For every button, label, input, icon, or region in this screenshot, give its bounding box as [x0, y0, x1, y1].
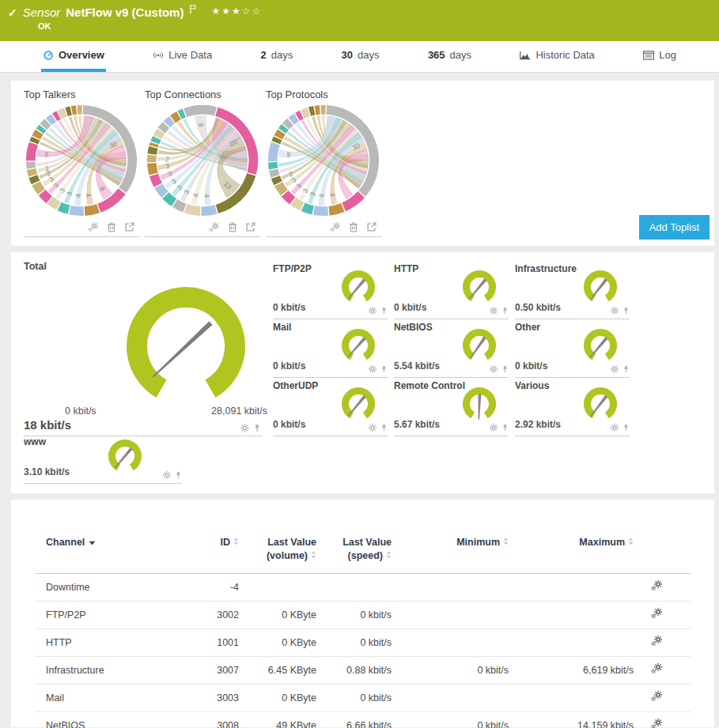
col-header-channel[interactable]: Channel: [35, 536, 193, 573]
cell-id: 3002: [193, 601, 239, 628]
tab-live-data[interactable]: Live Data: [151, 41, 214, 72]
toplist-delete-icon[interactable]: [107, 222, 116, 232]
table-row: Mail30030 KByte0 kbit/s: [35, 684, 691, 711]
gauge-value: 3.10 kbit/s: [24, 466, 70, 477]
column-sublabel: (volume): [267, 550, 308, 561]
gauge-value: 5.54 kbit/s: [394, 360, 440, 372]
tab-historic-data[interactable]: Historic Data: [518, 41, 596, 72]
cell-channel: HTTP: [35, 628, 193, 656]
toplist-open-icon[interactable]: [125, 222, 134, 232]
tab-365-days[interactable]: 365days: [426, 41, 473, 72]
gauges-panel: Total 0 kbit/s 28,091 kbit/s 18 kbit/s F…: [11, 252, 714, 493]
priority-stars[interactable]: ★★★☆☆: [211, 6, 262, 17]
cell-min: [392, 601, 509, 628]
gauge-title: HTTP: [394, 263, 418, 274]
cell-id: 3003: [193, 684, 239, 711]
gauge-dial: [337, 326, 380, 363]
table-row: HTTP10010 KByte0 kbit/s: [35, 628, 691, 656]
gauge-pin-icon[interactable]: [623, 424, 630, 432]
cell-lastspeed: 0 kbit/s: [316, 628, 392, 656]
tab-2-days[interactable]: 2days: [259, 41, 295, 72]
gauge-settings-icon[interactable]: [369, 424, 377, 432]
dial-icon: [43, 51, 54, 60]
gauge-settings-icon[interactable]: [490, 307, 498, 315]
cell-lastvol: 6.45 KByte: [239, 656, 316, 684]
tab-number: 365: [428, 49, 445, 61]
channel-settings-button[interactable]: [651, 663, 662, 674]
cell-id: 1001: [193, 628, 239, 656]
gauge-dial: [579, 385, 622, 421]
tab-log[interactable]: Log: [641, 41, 678, 72]
col-header-lastspeed[interactable]: Last Value(speed): [316, 536, 392, 573]
cell-lastspeed: [316, 573, 392, 601]
page-title: NetFlow v9 (Custom): [66, 6, 184, 19]
toplist-settings-icon[interactable]: [209, 222, 219, 232]
toplist-open-icon[interactable]: [246, 222, 255, 232]
gauge-pin-icon[interactable]: [623, 365, 630, 373]
gauge-pin-icon[interactable]: [175, 471, 182, 479]
channel-settings-button[interactable]: [651, 636, 662, 647]
gauge-title: www: [24, 436, 46, 447]
gauge-pin-icon[interactable]: [501, 365, 509, 373]
tab-label: days: [450, 49, 471, 61]
channel-settings-button[interactable]: [651, 719, 662, 728]
gauge-title: Various: [515, 380, 549, 391]
tab-overview[interactable]: Overview: [41, 41, 106, 72]
channel-settings-button[interactable]: [651, 580, 662, 591]
toplist-delete-icon[interactable]: [228, 222, 237, 232]
toplist-settings-icon[interactable]: [88, 222, 98, 232]
chord-diagram: 3044333325: [266, 103, 381, 218]
gauge-settings-icon[interactable]: [611, 307, 619, 315]
cell-channel: Mail: [35, 684, 193, 711]
tab-30-days[interactable]: 30days: [340, 41, 381, 72]
gauge-pin-icon[interactable]: [253, 424, 261, 432]
column-sublabel: (speed): [348, 550, 383, 561]
gauge-settings-icon[interactable]: [163, 471, 171, 479]
channel-table-panel: ChannelIDLast Value(volume)Last Value(sp…: [11, 500, 714, 727]
tab-bar: OverviewLive Data2days30days365daysHisto…: [0, 41, 719, 73]
gauge-pin-icon[interactable]: [501, 424, 509, 432]
gauge-title: Infrastructure: [515, 263, 577, 274]
gauge-pin-icon[interactable]: [380, 424, 388, 432]
gauge-settings-icon[interactable]: [490, 424, 498, 432]
tab-label: days: [271, 49, 293, 61]
tab-label: Overview: [59, 49, 104, 61]
toplist-settings-icon[interactable]: [330, 222, 340, 232]
table-row: Infrastructure30076.45 KByte0.88 kbit/s0…: [35, 656, 691, 684]
gauge-pin-icon[interactable]: [501, 307, 509, 315]
col-header-id[interactable]: ID: [193, 536, 239, 573]
gauge-dial: [579, 326, 622, 363]
col-header-actions: [634, 536, 691, 573]
table-row: NetBIOS300849 KByte6.66 kbit/s0 kbit/s14…: [35, 711, 691, 728]
gauge-settings-icon[interactable]: [240, 424, 249, 432]
gauge-settings-icon[interactable]: [611, 424, 619, 432]
gauge-grid: FTP/P2P 0 kbit/s HTTP 0 kbit/s Infrastru…: [273, 261, 636, 436]
cell-min: [392, 684, 509, 711]
toplist-title: Top Protocols: [266, 89, 381, 100]
gauge-pin-icon[interactable]: [380, 307, 388, 315]
flag-icon[interactable]: [190, 2, 196, 17]
col-header-min[interactable]: Minimum: [392, 536, 509, 573]
log-icon: [643, 51, 654, 60]
gauge-dial: [337, 385, 380, 421]
gauge-settings-icon[interactable]: [369, 365, 377, 373]
gauge-pin-icon[interactable]: [380, 365, 388, 373]
svg-text:2: 2: [165, 155, 169, 163]
add-toplist-button[interactable]: Add Toplist: [639, 215, 710, 240]
col-header-lastvol[interactable]: Last Value(volume): [239, 536, 316, 573]
toplist-top-protocols: Top Protocols 3044333325: [266, 89, 381, 237]
sort-icon: [628, 537, 634, 548]
cell-lastspeed: 0.88 kbit/s: [316, 656, 392, 684]
cell-channel: Infrastructure: [35, 656, 193, 684]
gauge-pin-icon[interactable]: [623, 307, 630, 315]
toplist-delete-icon[interactable]: [349, 222, 358, 232]
gauge-settings-icon[interactable]: [611, 365, 619, 373]
gauge-settings-icon[interactable]: [369, 307, 377, 315]
toplist-title: Top Talkers: [24, 89, 139, 100]
gauge-settings-icon[interactable]: [490, 365, 498, 373]
toplist-open-icon[interactable]: [367, 222, 377, 232]
column-label: Last Value: [267, 537, 316, 548]
channel-settings-button[interactable]: [651, 608, 662, 619]
col-header-max[interactable]: Maximum: [509, 536, 634, 573]
channel-settings-button[interactable]: [651, 691, 662, 702]
